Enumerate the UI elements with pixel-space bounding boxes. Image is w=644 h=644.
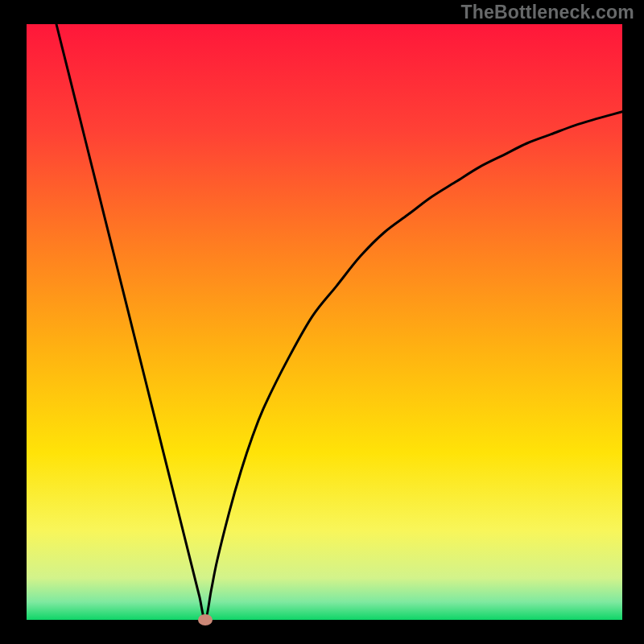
optimal-point-marker bbox=[198, 614, 213, 625]
chart-frame: TheBottleneck.com bbox=[0, 0, 644, 644]
gradient-background bbox=[27, 24, 622, 620]
bottleneck-chart bbox=[0, 0, 644, 644]
